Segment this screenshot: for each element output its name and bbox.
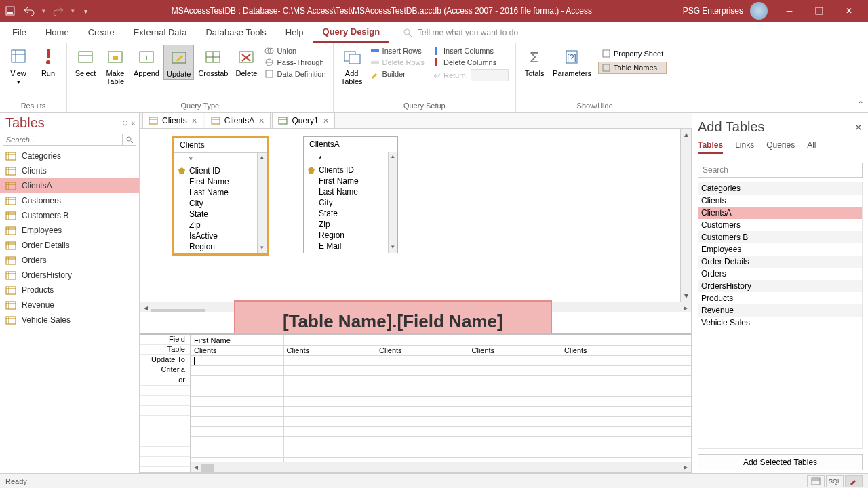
- qbe-cell-updateto-5[interactable]: [654, 356, 691, 366]
- addpane-tab-links[interactable]: Links: [735, 140, 754, 154]
- qbe-cell-updateto-3[interactable]: [469, 356, 561, 366]
- property-sheet-toggle[interactable]: Property Sheet: [598, 47, 667, 60]
- nav-item-vehicle-sales[interactable]: Vehicle Sales: [0, 312, 139, 327]
- view-button[interactable]: View▾: [4, 45, 33, 87]
- qbe-cell-blank[interactable]: [191, 437, 284, 447]
- append-button[interactable]: +Append: [131, 45, 162, 79]
- data-definition-button[interactable]: Data Definition: [264, 69, 326, 79]
- field-client-id[interactable]: Client ID: [174, 165, 267, 176]
- qbe-cell-blank[interactable]: [469, 437, 561, 447]
- make-table-button[interactable]: MakeTable: [101, 45, 130, 87]
- qbe-cell-blank[interactable]: [376, 396, 469, 407]
- save-icon[interactable]: [4, 5, 16, 17]
- add-selected-tables-button[interactable]: Add Selected Tables: [698, 454, 863, 470]
- nav-item-customers[interactable]: Customers: [0, 193, 139, 208]
- qbe-cell-blank[interactable]: [376, 447, 469, 458]
- qbe-cell-field-4[interactable]: [561, 336, 654, 346]
- qbe-cell-field-1[interactable]: [283, 336, 376, 346]
- qbe-cell-blank[interactable]: [469, 396, 561, 407]
- qbe-cell-blank[interactable]: [469, 447, 561, 458]
- qbe-cell-criteria-1[interactable]: [283, 366, 376, 376]
- field-*[interactable]: *: [174, 155, 267, 165]
- addpane-item-employees[interactable]: Employees: [698, 243, 862, 256]
- field-first-name[interactable]: First Name: [304, 176, 397, 186]
- nav-collapse-icon[interactable]: «: [131, 119, 135, 127]
- diagram-table-clientsa[interactable]: ClientsA*Clients IDFirst NameLast NameCi…: [303, 136, 398, 253]
- qbe-cell-blank[interactable]: [469, 407, 561, 417]
- qbe-cell-blank[interactable]: [376, 437, 469, 447]
- addpane-tab-tables[interactable]: Tables: [698, 140, 723, 154]
- account-avatar[interactable]: [750, 2, 768, 20]
- qat-customize-icon[interactable]: ▾: [84, 7, 87, 15]
- qbe-cell-blank[interactable]: [283, 417, 376, 427]
- add-tables-search[interactable]: Search: [698, 163, 863, 178]
- tab-database-tools[interactable]: Database Tools: [196, 22, 275, 43]
- totals-button[interactable]: ΣTotals: [520, 45, 549, 79]
- addpane-item-products[interactable]: Products: [698, 292, 862, 304]
- qbe-cells[interactable]: First NameClientsClientsClientsClientsCl…: [191, 335, 691, 472]
- delete-columns-button[interactable]: Delete Columns: [431, 58, 509, 67]
- qbe-cell-table-0[interactable]: Clients: [191, 346, 284, 356]
- qbe-cell-blank[interactable]: [469, 386, 561, 396]
- addpane-item-order-details[interactable]: Order Details: [698, 256, 862, 268]
- account-name[interactable]: PSG Enterprises: [683, 6, 743, 16]
- field-e-mail[interactable]: E Mail: [304, 241, 397, 251]
- qbe-cell-blank[interactable]: [654, 417, 691, 427]
- qbe-cell-field-2[interactable]: [376, 336, 469, 346]
- qbe-cell-blank[interactable]: [561, 427, 654, 437]
- field-zip[interactable]: Zip: [304, 219, 397, 230]
- field-region[interactable]: Region: [174, 241, 267, 252]
- qbe-cell-or-0[interactable]: [191, 376, 284, 386]
- field-city[interactable]: City: [174, 198, 267, 209]
- qbe-cell-blank[interactable]: [561, 386, 654, 396]
- qbe-cell-criteria-3[interactable]: [469, 366, 561, 376]
- field-zip[interactable]: Zip: [174, 220, 267, 230]
- addpane-item-customers[interactable]: Customers: [698, 219, 862, 231]
- add-tables-button[interactable]: AddTables: [338, 45, 366, 87]
- qbe-cell-blank[interactable]: [191, 417, 284, 427]
- tab-create[interactable]: Create: [79, 22, 124, 43]
- field-first-name[interactable]: First Name: [174, 176, 267, 187]
- qbe-cell-updateto-0[interactable]: [191, 356, 284, 366]
- qbe-cell-criteria-5[interactable]: [654, 366, 691, 376]
- addpane-tab-all[interactable]: All: [807, 140, 816, 154]
- qbe-cell-blank[interactable]: [283, 386, 376, 396]
- qbe-cell-blank[interactable]: [654, 386, 691, 396]
- qbe-cell-table-3[interactable]: Clients: [469, 346, 561, 356]
- qbe-hscroll[interactable]: ◂▸: [191, 462, 691, 472]
- nav-search[interactable]: [3, 134, 136, 146]
- close-tab-icon[interactable]: ✕: [323, 117, 329, 125]
- qbe-cell-blank[interactable]: [283, 396, 376, 407]
- qbe-cell-blank[interactable]: [561, 407, 654, 417]
- undo-icon[interactable]: [23, 5, 35, 17]
- collapse-ribbon-icon[interactable]: ⌃: [857, 100, 864, 109]
- qbe-cell-table-4[interactable]: Clients: [561, 346, 654, 356]
- maximize-button[interactable]: [804, 0, 834, 22]
- addpane-item-clientsa[interactable]: ClientsA: [698, 207, 862, 219]
- qbe-cell-blank[interactable]: [191, 427, 284, 437]
- addpane-item-orders[interactable]: Orders: [698, 268, 862, 280]
- qbe-cell-or-4[interactable]: [561, 376, 654, 386]
- redo-icon[interactable]: [52, 5, 64, 17]
- nav-title[interactable]: Tables: [5, 115, 45, 131]
- qbe-cell-blank[interactable]: [654, 427, 691, 437]
- field-last-name[interactable]: Last Name: [304, 186, 397, 197]
- select-query-button[interactable]: Select: [71, 45, 100, 79]
- qbe-cell-criteria-4[interactable]: [561, 366, 654, 376]
- addpane-item-categories[interactable]: Categories: [698, 182, 862, 195]
- qbe-cell-blank[interactable]: [376, 386, 469, 396]
- union-button[interactable]: Union: [264, 46, 326, 56]
- qbe-cell-blank[interactable]: [283, 407, 376, 417]
- field-scrollbar[interactable]: ▴▾: [388, 152, 397, 253]
- nav-item-products[interactable]: Products: [0, 283, 139, 298]
- nav-search-icon[interactable]: [122, 134, 136, 145]
- addpane-item-clients[interactable]: Clients: [698, 195, 862, 207]
- diagram-table-clients[interactable]: Clients*Client IDFirst NameLast NameCity…: [173, 136, 268, 255]
- table-header[interactable]: ClientsA: [304, 137, 397, 152]
- addpane-item-revenue[interactable]: Revenue: [698, 304, 862, 317]
- table-header[interactable]: Clients: [174, 138, 267, 153]
- qbe-cell-blank[interactable]: [469, 427, 561, 437]
- qbe-cell-updateto-1[interactable]: [283, 356, 376, 366]
- design-view-icon[interactable]: [845, 475, 863, 487]
- qbe-cell-blank[interactable]: [561, 437, 654, 447]
